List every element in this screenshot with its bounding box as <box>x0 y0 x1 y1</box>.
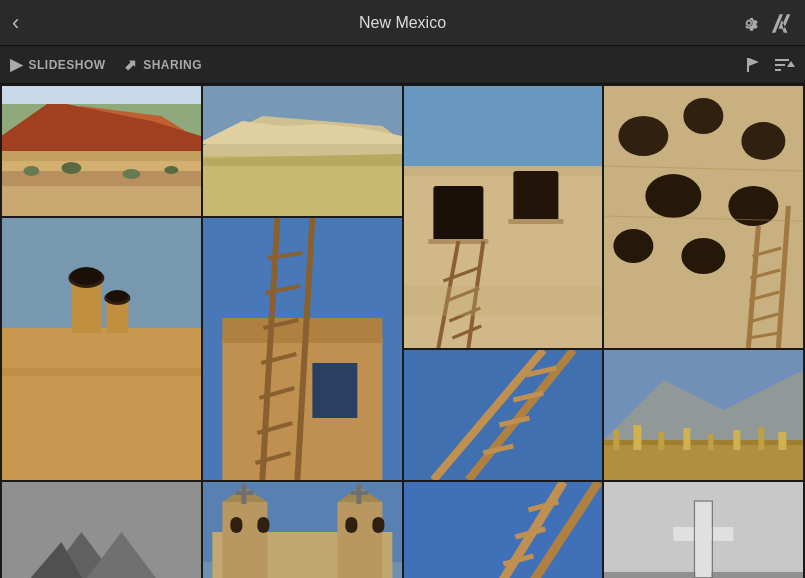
svg-rect-117 <box>350 491 368 495</box>
svg-rect-28 <box>433 186 483 241</box>
svg-rect-38 <box>404 286 603 316</box>
svg-rect-118 <box>230 517 242 533</box>
photo-cell-10[interactable] <box>203 482 402 578</box>
sharing-button[interactable]: ⬈ SHARING <box>124 56 202 74</box>
slideshow-label: SLIDESHOW <box>29 58 106 72</box>
photo-7 <box>404 350 603 480</box>
svg-point-44 <box>646 174 702 218</box>
svg-point-15 <box>122 169 140 179</box>
svg-point-47 <box>682 238 726 274</box>
svg-rect-99 <box>759 427 765 450</box>
svg-rect-66 <box>2 368 201 376</box>
photo-9 <box>2 482 201 578</box>
svg-rect-133 <box>674 527 734 541</box>
gear-icon <box>739 13 759 33</box>
photo-10 <box>203 482 402 578</box>
svg-point-41 <box>619 116 669 156</box>
svg-rect-3 <box>775 64 785 66</box>
header: ‹ New Mexico <box>0 0 805 46</box>
photo-12 <box>604 482 803 578</box>
svg-rect-59 <box>2 328 201 480</box>
svg-rect-71 <box>312 363 357 418</box>
svg-rect-93 <box>614 430 620 450</box>
photo-cell-9[interactable] <box>2 482 201 578</box>
photo-6 <box>203 218 402 480</box>
sort-button[interactable] <box>773 55 795 75</box>
svg-rect-31 <box>508 219 563 224</box>
svg-rect-121 <box>372 517 384 533</box>
photo-8 <box>604 350 803 480</box>
back-button[interactable]: ‹ <box>12 10 19 36</box>
svg-rect-115 <box>235 491 253 495</box>
photo-cell-5[interactable] <box>2 218 201 480</box>
flag-icon <box>743 55 763 75</box>
photo-2 <box>203 86 402 216</box>
photo-3 <box>404 86 603 348</box>
photo-cell-8[interactable] <box>604 350 803 480</box>
svg-rect-29 <box>513 171 558 221</box>
sharing-label: SHARING <box>143 58 202 72</box>
photo-4 <box>604 86 803 348</box>
photo-grid <box>0 84 805 578</box>
share-icon: ⬈ <box>124 56 138 74</box>
svg-rect-92 <box>604 445 803 480</box>
svg-rect-98 <box>734 430 741 450</box>
photo-cell-1[interactable] <box>2 86 201 216</box>
photo-cell-6[interactable] <box>203 218 402 480</box>
svg-rect-95 <box>659 432 665 450</box>
header-center: New Mexico <box>359 14 446 32</box>
photo-5 <box>2 218 201 480</box>
photo-cell-11[interactable] <box>404 482 603 578</box>
photo-11 <box>404 482 603 578</box>
toolbar: ▶ SLIDESHOW ⬈ SHARING <box>0 46 805 84</box>
svg-point-62 <box>70 267 102 285</box>
settings-button[interactable] <box>739 13 759 33</box>
toolbar-left: ▶ SLIDESHOW ⬈ SHARING <box>10 55 202 74</box>
header-right <box>739 12 793 34</box>
svg-rect-97 <box>709 434 714 450</box>
photo-cell-4[interactable] <box>604 86 803 348</box>
svg-rect-100 <box>779 432 787 450</box>
toolbar-right <box>743 55 795 75</box>
svg-point-46 <box>614 229 654 263</box>
svg-rect-12 <box>2 186 201 216</box>
photo-cell-7[interactable] <box>404 350 603 480</box>
svg-rect-96 <box>684 428 691 450</box>
svg-rect-119 <box>257 517 269 533</box>
adobe-icon <box>771 12 793 34</box>
svg-rect-111 <box>337 502 382 578</box>
svg-point-43 <box>742 122 786 160</box>
svg-marker-1 <box>749 58 759 66</box>
play-icon: ▶ <box>10 55 23 74</box>
svg-point-13 <box>23 166 39 176</box>
photo-cell-2[interactable] <box>203 86 402 216</box>
slideshow-button[interactable]: ▶ SLIDESHOW <box>10 55 106 74</box>
svg-point-42 <box>684 98 724 134</box>
svg-rect-4 <box>775 69 781 71</box>
photo-cell-3[interactable] <box>404 86 603 348</box>
flag-button[interactable] <box>743 55 763 75</box>
svg-rect-110 <box>222 502 267 578</box>
svg-rect-120 <box>345 517 357 533</box>
svg-rect-70 <box>222 318 382 343</box>
sort-icon <box>773 55 795 75</box>
svg-point-14 <box>61 162 81 174</box>
svg-rect-17 <box>2 86 201 104</box>
svg-rect-94 <box>634 425 642 450</box>
svg-rect-2 <box>775 59 789 61</box>
svg-rect-81 <box>404 350 603 480</box>
page-title: New Mexico <box>359 14 446 31</box>
photo-1 <box>2 86 201 216</box>
svg-point-16 <box>164 166 178 174</box>
header-left: ‹ <box>12 10 19 36</box>
svg-point-65 <box>106 290 128 302</box>
svg-rect-0 <box>747 58 749 72</box>
svg-marker-5 <box>787 61 795 67</box>
adobe-button[interactable] <box>771 12 793 34</box>
photo-cell-12[interactable] <box>604 482 803 578</box>
